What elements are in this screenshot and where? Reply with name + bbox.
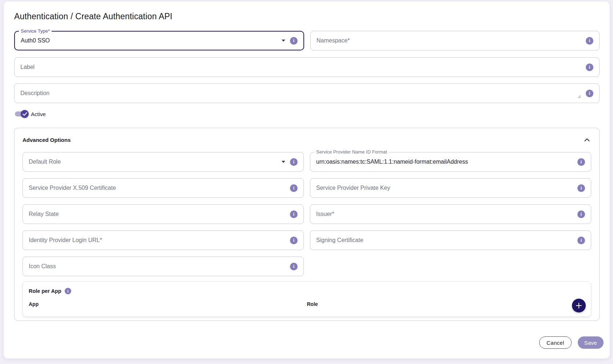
form-card: Authentication / Create Authentication A…	[4, 1, 610, 359]
sp-private-key-input[interactable]	[316, 184, 574, 192]
info-icon[interactable]: i	[586, 64, 593, 71]
info-icon[interactable]: i	[577, 158, 585, 166]
active-toggle[interactable]	[15, 111, 27, 116]
column-header-app: App	[29, 301, 307, 308]
check-icon	[23, 112, 27, 116]
info-icon[interactable]: i	[577, 184, 585, 192]
issuer-field[interactable]: i	[310, 204, 591, 224]
signing-certificate-field[interactable]: i	[310, 230, 591, 250]
icon-class-input[interactable]	[29, 263, 286, 270]
sp-x509-certificate-field[interactable]: i	[23, 178, 304, 198]
info-icon[interactable]: i	[290, 210, 298, 218]
default-role-input[interactable]	[29, 158, 278, 165]
relay-state-input[interactable]	[29, 210, 286, 218]
relay-state-field[interactable]: i	[23, 204, 304, 224]
name-id-format-field[interactable]: Service Provider Name ID Format i	[310, 152, 591, 172]
toggle-thumb	[21, 110, 29, 118]
role-per-app-title: Role per App	[29, 288, 61, 294]
advanced-options-panel: Advanced Options i Service P	[14, 128, 600, 321]
info-icon[interactable]: i	[577, 237, 585, 244]
idp-login-url-input[interactable]	[29, 237, 286, 244]
description-field[interactable]: i	[14, 83, 600, 103]
info-icon[interactable]: i	[586, 90, 593, 97]
signing-certificate-input[interactable]	[316, 237, 574, 244]
service-type-value: Auth0 SSO	[21, 37, 50, 44]
sp-x509-certificate-input[interactable]	[29, 184, 286, 192]
add-role-mapping-button[interactable]	[572, 299, 586, 312]
label-field[interactable]: i	[14, 57, 600, 77]
active-toggle-row: Active	[14, 109, 600, 119]
collapse-button[interactable]	[582, 135, 591, 144]
name-id-format-input[interactable]	[316, 158, 574, 165]
info-icon[interactable]: i	[290, 37, 298, 45]
chevron-up-icon	[584, 138, 590, 142]
active-toggle-label: Active	[31, 111, 46, 117]
info-icon[interactable]: i	[290, 263, 298, 270]
sp-private-key-field[interactable]: i	[310, 178, 591, 198]
default-role-select[interactable]: i	[23, 152, 304, 172]
service-type-select[interactable]: Service Type* Auth0 SSO i	[14, 31, 304, 50]
page-title: Authentication / Create Authentication A…	[10, 12, 603, 21]
description-input[interactable]	[20, 90, 573, 97]
grid-spacer	[310, 257, 591, 276]
resize-handle-icon[interactable]	[577, 94, 581, 98]
issuer-input[interactable]	[316, 210, 574, 218]
info-icon[interactable]: i	[65, 288, 71, 294]
info-icon[interactable]: i	[290, 158, 298, 166]
chevron-down-icon	[282, 40, 285, 42]
plus-icon	[576, 302, 582, 309]
namespace-field[interactable]: i	[310, 31, 600, 50]
save-button[interactable]: Save	[578, 336, 604, 349]
service-type-label: Service Type*	[19, 28, 52, 34]
footer-actions: Cancel Save	[539, 336, 604, 349]
info-icon[interactable]: i	[577, 210, 585, 218]
chevron-down-icon	[282, 161, 285, 163]
cancel-button[interactable]: Cancel	[539, 336, 572, 349]
column-header-role: Role	[307, 301, 585, 308]
namespace-input[interactable]	[316, 37, 582, 44]
info-icon[interactable]: i	[290, 184, 298, 192]
advanced-options-title: Advanced Options	[23, 137, 71, 143]
label-input[interactable]	[20, 64, 582, 71]
info-icon[interactable]: i	[586, 37, 593, 45]
name-id-format-label: Service Provider Name ID Format	[314, 149, 389, 155]
idp-login-url-field[interactable]: i	[23, 230, 304, 250]
role-per-app-panel: Role per App i App Role	[23, 281, 591, 317]
info-icon[interactable]: i	[290, 237, 298, 244]
icon-class-field[interactable]: i	[23, 257, 304, 276]
